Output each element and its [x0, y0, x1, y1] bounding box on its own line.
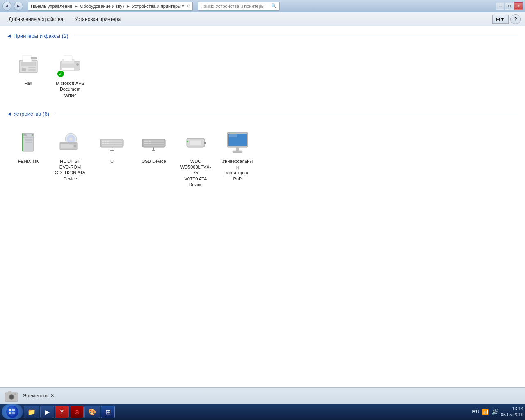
minimize-button[interactable]: ─ — [496, 2, 504, 10]
svg-rect-42 — [144, 145, 164, 146]
add-printer-button[interactable]: Установка принтера — [70, 14, 125, 25]
printers-grid: Fax ✓ Microsoft XPSDocument — [7, 44, 518, 107]
device-usb-label: USB Device — [142, 158, 166, 164]
svg-rect-11 — [64, 55, 72, 61]
svg-rect-9 — [62, 68, 74, 70]
taskbar-explorer[interactable]: 📁 — [24, 406, 39, 418]
search-box[interactable]: 🔍 — [198, 2, 280, 11]
default-printer-badge: ✓ — [57, 70, 65, 78]
tray-volume-icon[interactable]: 🔊 — [491, 409, 498, 415]
breadcrumb-arrow-2: ► — [126, 4, 130, 9]
svg-point-10 — [76, 63, 79, 66]
svg-rect-58 — [229, 134, 237, 137]
svg-rect-30 — [102, 145, 122, 146]
close-button[interactable]: ✕ — [514, 2, 523, 10]
svg-point-63 — [9, 395, 14, 399]
tray-time-text: 13:14 — [501, 406, 523, 412]
taskbar-settings[interactable]: ⊞ — [101, 406, 115, 418]
svg-rect-69 — [9, 412, 11, 414]
device-fenix-label: FENIX-ПК — [18, 158, 39, 164]
svg-rect-34 — [102, 143, 104, 144]
svg-rect-48 — [149, 143, 151, 144]
svg-rect-54 — [190, 140, 201, 145]
forward-button[interactable]: ► — [14, 2, 23, 11]
device-monitor-label: Универсальныймонитор не PnP — [222, 158, 253, 182]
svg-rect-64 — [8, 391, 11, 393]
device-item-keyboard-u[interactable]: U — [94, 125, 130, 190]
taskbar-yandex[interactable]: Y — [55, 406, 69, 418]
statusbar-icon — [4, 388, 19, 403]
device-item-xps[interactable]: ✓ Microsoft XPSDocument Writer — [52, 47, 89, 101]
search-icon: 🔍 — [271, 3, 277, 9]
taskbar-media[interactable]: ▶ — [40, 406, 54, 418]
address-bar[interactable]: Панель управления ► Оборудование и звук … — [28, 2, 193, 11]
svg-rect-55 — [204, 142, 206, 144]
toolbar: Добавление устройства Установка принтера… — [0, 12, 525, 26]
svg-rect-50 — [152, 150, 155, 151]
system-tray: RU 📶 🔊 13:14 05.05.2019 — [472, 406, 523, 418]
svg-rect-17 — [25, 142, 32, 143]
svg-rect-46 — [144, 143, 146, 144]
device-item-fenix[interactable]: FENIX-ПК — [10, 125, 47, 190]
svg-rect-4 — [28, 69, 36, 71]
printers-section-header[interactable]: ◄ Принтеры и факсы (2) — [7, 33, 518, 39]
svg-rect-26 — [60, 142, 77, 144]
search-input[interactable] — [201, 4, 271, 9]
maximize-button[interactable]: □ — [505, 2, 514, 10]
toolbar-right: ⊞▼ ? — [492, 14, 521, 24]
titlebar-left: ◄ ► Панель управления ► Оборудование и з… — [2, 2, 280, 11]
tray-network-icon[interactable]: 📶 — [482, 409, 489, 415]
device-item-fax[interactable]: Fax — [10, 47, 47, 101]
device-item-dvd[interactable]: HL-DT-STDVD-ROMGDRH20N ATADevice — [52, 125, 89, 190]
monitor-icon — [223, 128, 252, 157]
add-device-button[interactable]: Добавление устройства — [4, 14, 68, 25]
help-button[interactable]: ? — [510, 14, 521, 24]
svg-point-21 — [74, 145, 76, 147]
address-dropdown-icon[interactable]: ▼ — [181, 4, 185, 8]
device-dvd-label: HL-DT-STDVD-ROMGDRH20N ATADevice — [55, 158, 86, 182]
start-button[interactable] — [2, 404, 23, 419]
xps-icon: ✓ — [56, 50, 84, 79]
svg-rect-13 — [23, 134, 27, 136]
tray-lang: RU — [472, 409, 479, 415]
device-item-wdc[interactable]: WDCWD5000LPVX-75V0TT0 ATADevice — [177, 125, 214, 190]
device-item-usb[interactable]: USB Device — [135, 125, 172, 190]
svg-rect-60 — [233, 151, 242, 153]
svg-rect-6 — [31, 57, 37, 59]
devices-section-header[interactable]: ◄ Устройства (6) — [7, 111, 518, 117]
svg-rect-47 — [146, 143, 148, 144]
tray-clock: 13:14 05.05.2019 — [501, 406, 523, 418]
svg-rect-67 — [9, 409, 11, 411]
svg-rect-43 — [144, 141, 146, 142]
svg-rect-45 — [149, 141, 151, 142]
fenix-icon — [14, 128, 43, 157]
svg-rect-53 — [187, 141, 188, 142]
breadcrumb-1: Панель управления — [31, 4, 72, 9]
breadcrumb-3: Устройства и принтеры — [132, 4, 181, 9]
device-xps-label: Microsoft XPSDocument Writer — [55, 80, 86, 98]
view-options-button[interactable]: ⊞▼ — [492, 15, 509, 24]
hdd-icon — [181, 128, 210, 157]
titlebar: ◄ ► Панель управления ► Оборудование и з… — [0, 0, 525, 12]
svg-point-65 — [14, 393, 16, 395]
svg-rect-15 — [22, 133, 23, 151]
main-content: ◄ Принтеры и факсы (2) Fax — [0, 26, 525, 387]
svg-rect-16 — [25, 139, 32, 141]
svg-rect-5 — [23, 55, 32, 62]
address-refresh-icon[interactable]: ↻ — [187, 4, 190, 8]
svg-rect-68 — [12, 409, 15, 411]
breadcrumb-arrow-1: ► — [74, 4, 78, 9]
svg-rect-33 — [107, 141, 109, 142]
device-wdc-label: WDCWD5000LPVX-75V0TT0 ATADevice — [180, 158, 211, 187]
taskbar-paint[interactable]: 🎨 — [84, 406, 100, 418]
svg-rect-3 — [28, 67, 36, 68]
svg-rect-36 — [107, 143, 109, 144]
svg-point-66 — [6, 406, 18, 418]
statusbar-items-count: Элементов: 8 — [23, 393, 54, 399]
usb-keyboard-icon — [139, 128, 168, 157]
taskbar-antivirus[interactable]: ⊛ — [70, 406, 84, 418]
device-item-monitor[interactable]: Универсальныймонитор не PnP — [219, 125, 256, 190]
svg-point-25 — [71, 138, 72, 139]
back-button[interactable]: ◄ — [2, 2, 11, 11]
device-keyboard-u-label: U — [110, 158, 114, 164]
